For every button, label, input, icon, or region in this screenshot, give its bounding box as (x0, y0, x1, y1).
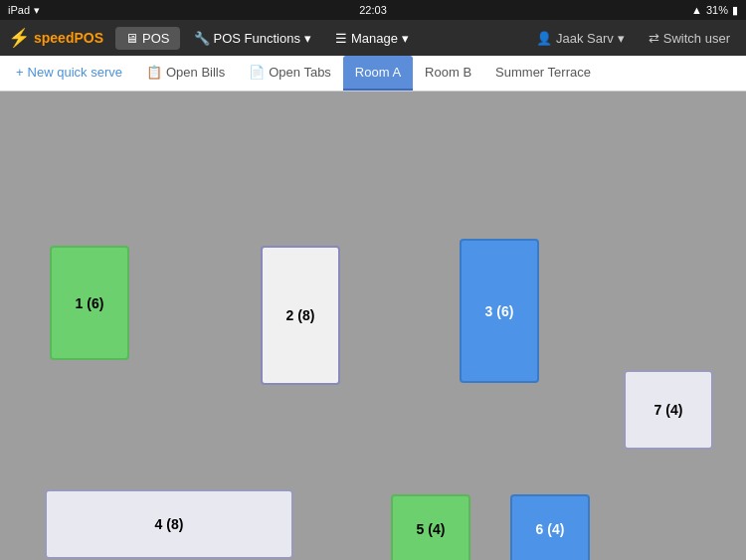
table-label-t7: 7 (4) (654, 402, 683, 418)
bills-icon: 📋 (146, 65, 162, 80)
battery-label: 31% (706, 4, 728, 16)
tabs-icon: 📄 (249, 65, 265, 80)
tab-summer-terrace-label: Summer Terrace (495, 65, 591, 80)
tab-room-b[interactable]: Room B (413, 56, 483, 91)
table-card-t5[interactable]: 5 (4) (391, 494, 470, 560)
status-bar-left: iPad ▾ (8, 4, 40, 17)
nav-right: 👤 Jaak Sarv ▾ ⇄ Switch user (528, 27, 738, 50)
table-card-t1[interactable]: 1 (6) (50, 246, 129, 360)
tab-new-quick-serve[interactable]: + New quick serve (4, 56, 134, 91)
logo-text: speedPOS (34, 30, 103, 46)
nav-switch-user-btn[interactable]: ⇄ Switch user (641, 27, 738, 50)
tab-room-a-label: Room A (355, 65, 401, 80)
wrench-icon: 🔧 (194, 31, 210, 46)
status-bar: iPad ▾ 22:03 ▲ 31% ▮ (0, 0, 746, 20)
table-label-t4: 4 (8) (155, 516, 184, 532)
table-label-t1: 1 (6) (76, 295, 104, 311)
table-label-t3: 3 (6) (485, 303, 514, 319)
table-card-t3[interactable]: 3 (6) (460, 239, 539, 383)
table-card-t6[interactable]: 6 (4) (510, 494, 590, 560)
floor-area: 1 (6)2 (8)3 (6)4 (8)5 (4)6 (4)7 (4) (0, 92, 746, 560)
device-label: iPad (8, 4, 30, 16)
manage-icon: ☰ (335, 31, 347, 46)
nav-pos-btn[interactable]: 🖥 POS (115, 27, 179, 50)
tab-new-quick-serve-label: New quick serve (28, 65, 122, 80)
table-card-t4[interactable]: 4 (8) (45, 489, 293, 559)
chevron-down-icon-3: ▾ (618, 31, 625, 46)
battery-icon: ▮ (732, 4, 738, 17)
plus-icon: + (16, 65, 24, 80)
tab-open-tabs[interactable]: 📄 Open Tabs (237, 56, 343, 91)
wifi-icon: ▾ (34, 4, 40, 17)
nav-user-label: Jaak Sarv (556, 31, 614, 46)
tab-open-bills[interactable]: 📋 Open Bills (134, 56, 237, 91)
nav-switch-user-label: Switch user (663, 31, 730, 46)
tab-room-b-label: Room B (425, 65, 471, 80)
tab-open-bills-label: Open Bills (166, 65, 225, 80)
tab-open-tabs-label: Open Tabs (269, 65, 331, 80)
table-label-t5: 5 (4) (417, 521, 446, 537)
nav-manage-btn[interactable]: ☰ Manage ▾ (325, 27, 419, 50)
chevron-down-icon-2: ▾ (402, 31, 409, 46)
tabbar: + New quick serve 📋 Open Bills 📄 Open Ta… (0, 56, 746, 92)
nav-pos-functions-btn[interactable]: 🔧 POS Functions ▾ (184, 27, 321, 50)
logo: ⚡ speedPOS (8, 27, 103, 49)
tab-summer-terrace[interactable]: Summer Terrace (483, 56, 603, 91)
navbar: ⚡ speedPOS 🖥 POS 🔧 POS Functions ▾ ☰ Man… (0, 20, 746, 56)
nav-pos-label: POS (142, 31, 169, 46)
status-bar-time: 22:03 (359, 4, 387, 16)
monitor-icon: 🖥 (125, 31, 138, 46)
chevron-down-icon: ▾ (304, 31, 311, 46)
table-label-t2: 2 (8) (286, 307, 315, 323)
nav-pos-functions-label: POS Functions (214, 31, 300, 46)
switch-icon: ⇄ (649, 31, 659, 46)
table-label-t6: 6 (4) (536, 521, 565, 537)
tab-room-a[interactable]: Room A (343, 56, 413, 91)
nav-manage-label: Manage (351, 31, 398, 46)
nav-user-btn[interactable]: 👤 Jaak Sarv ▾ (528, 27, 633, 50)
logo-icon: ⚡ (8, 27, 30, 49)
status-bar-right: ▲ 31% ▮ (691, 4, 738, 17)
user-icon: 👤 (536, 31, 552, 46)
signal-icon: ▲ (691, 4, 702, 16)
table-card-t2[interactable]: 2 (8) (261, 246, 340, 385)
table-card-t7[interactable]: 7 (4) (624, 370, 713, 450)
